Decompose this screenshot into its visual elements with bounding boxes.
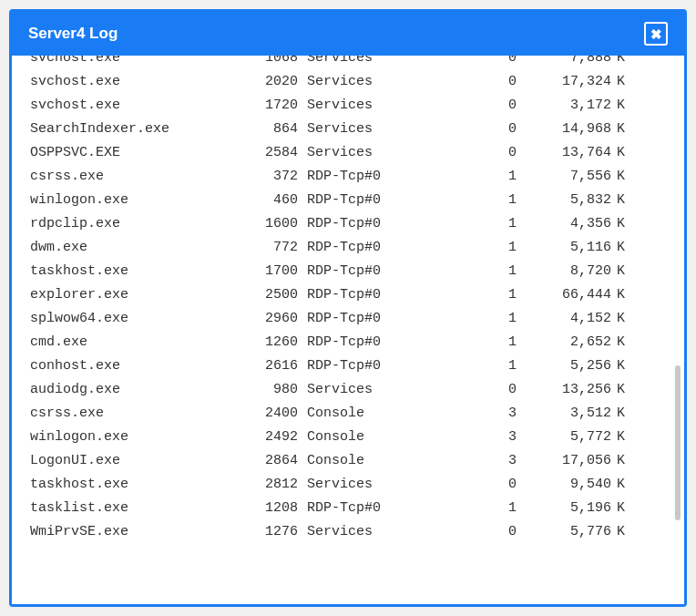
session-id: 3 [416,449,517,473]
process-row: explorer.exe2500RDP-Tcp#0166,444K [30,283,666,307]
process-name: svchost.exe [30,94,247,118]
memory-unit: K [611,307,629,331]
memory-unit: K [611,94,629,118]
session-name: RDP-Tcp#0 [298,307,416,331]
memory-value: 5,832 [517,189,611,212]
session-id: 0 [416,56,517,70]
log-text: spoolsv.exe1036Services08,216Ksvchost.ex… [12,56,684,562]
memory-unit: K [611,141,629,165]
session-id: 0 [416,141,517,165]
memory-unit: K [611,497,629,520]
session-id: 3 [416,402,517,426]
memory-unit: K [611,426,629,449]
process-name: csrss.exe [30,165,247,189]
process-row: taskhost.exe2812Services09,540K [30,473,666,497]
process-pid: 2500 [247,283,298,307]
session-id: 0 [416,118,517,141]
log-window: Server4 Log ✖ spoolsv.exe1036Services08,… [9,9,687,607]
session-id: 1 [416,354,517,378]
memory-unit: K [611,70,629,94]
process-pid: 1208 [247,497,298,520]
session-name: RDP-Tcp#0 [298,236,416,260]
process-row: taskhost.exe1700RDP-Tcp#018,720K [30,260,666,283]
process-pid: 1068 [247,56,298,70]
process-pid: 772 [247,236,298,260]
session-id: 1 [416,165,517,189]
process-pid: 1600 [247,212,298,236]
scrollbar-track[interactable] [673,56,681,604]
memory-unit: K [611,212,629,236]
process-pid: 2020 [247,70,298,94]
memory-value: 5,776 [517,520,611,544]
memory-unit: K [611,118,629,141]
process-pid: 460 [247,189,298,212]
process-pid: 1260 [247,331,298,354]
process-name: taskhost.exe [30,473,247,497]
session-name: Services [298,141,416,165]
memory-value: 5,256 [517,354,611,378]
process-row: OSPPSVC.EXE2584Services013,764K [30,141,666,165]
session-name: RDP-Tcp#0 [298,260,416,283]
session-id: 1 [416,497,517,520]
session-name: RDP-Tcp#0 [298,283,416,307]
session-id: 0 [416,94,517,118]
process-row: svchost.exe1720Services03,172K [30,94,666,118]
process-row: svchost.exe2020Services017,324K [30,70,666,94]
memory-unit: K [611,378,629,402]
process-row: rdpclip.exe1600RDP-Tcp#014,356K [30,212,666,236]
process-pid: 980 [247,378,298,402]
session-id: 3 [416,426,517,449]
memory-value: 7,888 [517,56,611,70]
memory-value: 2,652 [517,331,611,354]
process-name: csrss.exe [30,402,247,426]
session-name: RDP-Tcp#0 [298,165,416,189]
process-pid: 372 [247,165,298,189]
memory-unit: K [611,520,629,544]
window-title: Server4 Log [28,25,118,43]
memory-value: 8,720 [517,260,611,283]
memory-value: 4,356 [517,212,611,236]
process-pid: 1276 [247,520,298,544]
memory-value: 5,116 [517,236,611,260]
process-name: svchost.exe [30,56,247,70]
scrollbar-thumb[interactable] [675,365,681,520]
session-id: 1 [416,260,517,283]
session-name: Console [298,426,416,449]
process-row: SearchIndexer.exe864Services014,968K [30,118,666,141]
memory-value: 13,764 [517,141,611,165]
memory-value: 5,196 [517,497,611,520]
process-name: rdpclip.exe [30,212,247,236]
session-id: 0 [416,378,517,402]
session-id: 1 [416,189,517,212]
memory-unit: K [611,283,629,307]
session-name: Services [298,118,416,141]
process-row: csrss.exe372RDP-Tcp#017,556K [30,165,666,189]
memory-value: 17,324 [517,70,611,94]
close-icon: ✖ [650,27,662,41]
session-id: 1 [416,331,517,354]
memory-value: 13,256 [517,378,611,402]
titlebar: Server4 Log ✖ [12,12,684,56]
process-name: tasklist.exe [30,497,247,520]
process-name: OSPPSVC.EXE [30,141,247,165]
process-name: WmiPrvSE.exe [30,520,247,544]
process-name: cmd.exe [30,331,247,354]
process-row: winlogon.exe2492Console35,772K [30,426,666,449]
session-name: Services [298,520,416,544]
session-id: 1 [416,236,517,260]
process-row: csrss.exe2400Console33,512K [30,402,666,426]
process-row: audiodg.exe980Services013,256K [30,378,666,402]
session-id: 0 [416,520,517,544]
process-row: winlogon.exe460RDP-Tcp#015,832K [30,189,666,212]
process-pid: 2812 [247,473,298,497]
memory-unit: K [611,260,629,283]
process-name: audiodg.exe [30,378,247,402]
session-name: Services [298,56,416,70]
session-name: Services [298,70,416,94]
process-name: dwm.exe [30,236,247,260]
process-name: taskhost.exe [30,260,247,283]
process-row: dwm.exe772RDP-Tcp#015,116K [30,236,666,260]
memory-value: 5,772 [517,426,611,449]
close-button[interactable]: ✖ [644,22,668,46]
process-pid: 2864 [247,449,298,473]
